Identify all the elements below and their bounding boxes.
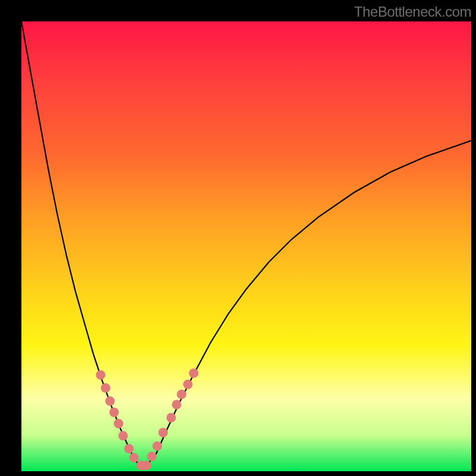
chart-svg	[21, 21, 471, 471]
marker-dot	[152, 441, 162, 451]
marker-dot	[167, 413, 176, 422]
chart-outer-frame: TheBottleneck.com	[0, 0, 476, 476]
marker-dot	[147, 452, 156, 461]
marker-dot	[101, 383, 110, 393]
marker-dot	[96, 370, 105, 380]
marker-dot	[172, 400, 181, 409]
marker-dot	[114, 419, 123, 428]
marker-dot	[129, 453, 139, 462]
marker-dot	[109, 408, 119, 417]
marker-dot	[142, 461, 151, 470]
marker-dot	[158, 428, 168, 437]
bottleneck-curve	[21, 21, 471, 466]
marker-dot	[177, 390, 186, 399]
marker-dot	[105, 396, 115, 406]
marker-dot	[189, 368, 199, 378]
watermark-text: TheBottleneck.com	[354, 4, 471, 20]
marker-dot	[183, 380, 193, 389]
chart-plot-area	[21, 21, 471, 471]
marker-dot	[118, 431, 128, 440]
marker-dots-group	[96, 368, 198, 470]
marker-dot	[124, 444, 134, 453]
